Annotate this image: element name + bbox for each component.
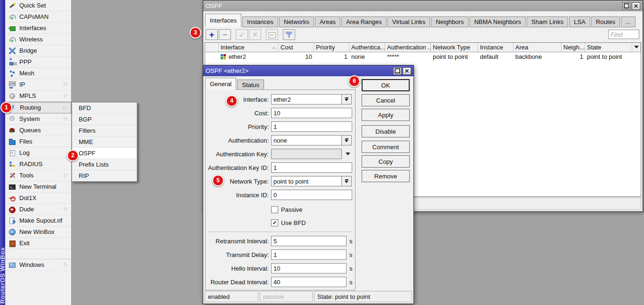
sidebar-item-windows[interactable]: Windows▷: [5, 259, 71, 271]
enable-button[interactable]: [236, 29, 248, 40]
sidebar-item-files[interactable]: Files: [5, 136, 71, 147]
sidebar-item-system[interactable]: System▷: [5, 113, 71, 125]
sidebar-item-tools[interactable]: Tools▷: [5, 170, 71, 181]
close-icon: ✕: [405, 69, 409, 73]
tab-general[interactable]: General: [205, 78, 236, 90]
transmit-delay-input[interactable]: [271, 249, 347, 260]
sidebar-item-new-winbox[interactable]: New WinBox: [5, 226, 71, 238]
comment-button[interactable]: [266, 29, 278, 40]
authentication-key-input[interactable]: [271, 149, 342, 159]
sidebar-item-quick-set[interactable]: Quick Set: [5, 0, 71, 11]
status-enabled: enabled: [205, 291, 258, 302]
filter-button[interactable]: [283, 29, 295, 40]
dropdown-arrow-icon[interactable]: [342, 135, 352, 145]
network-type-combo[interactable]: [271, 176, 342, 186]
sidebar-item-wireless[interactable]: Wireless: [5, 34, 71, 45]
disable-button[interactable]: [249, 29, 261, 40]
copy-button[interactable]: Copy: [362, 155, 410, 168]
dialog-titlebar[interactable]: OSPF <ether2> ✕: [203, 65, 413, 76]
authentication-combo[interactable]: [271, 135, 342, 145]
close-button[interactable]: ✕: [403, 67, 411, 75]
sidebar-item-exit[interactable]: Exit: [5, 238, 71, 249]
col-neighbors[interactable]: Neigh...: [561, 43, 585, 52]
tab-area-ranges[interactable]: Area Ranges: [341, 16, 387, 27]
ok-button[interactable]: OK: [362, 79, 410, 91]
sidebar-item-capsman[interactable]: CAPsMAN: [5, 11, 71, 23]
tab-routes[interactable]: Routes: [591, 16, 620, 27]
tab-more[interactable]: ...: [621, 16, 636, 27]
submenu-item-prefix-lists[interactable]: Prefix Lists: [72, 159, 137, 170]
tab-virtual-links[interactable]: Virtual Links: [388, 16, 430, 27]
sidebar-item-mesh[interactable]: Mesh: [5, 68, 71, 79]
col-flags[interactable]: [205, 43, 219, 52]
authentication-key-id-input[interactable]: [271, 162, 352, 173]
tab-interfaces[interactable]: Interfaces: [205, 14, 241, 27]
tab-lsa[interactable]: LSA: [569, 16, 590, 27]
queues-icon: [8, 127, 16, 134]
submenu-item-bfd[interactable]: BFD: [72, 103, 137, 114]
col-cost[interactable]: Cost: [279, 43, 314, 52]
use-bfd-checkbox[interactable]: ✓: [271, 219, 278, 226]
sidebar-item-dot1x[interactable]: Dot1X: [5, 193, 71, 204]
submenu-item-rip[interactable]: RIP: [72, 170, 137, 181]
col-area[interactable]: Area: [513, 43, 561, 52]
remove-button[interactable]: Remove: [362, 170, 410, 182]
submenu-item-filters[interactable]: Filters: [72, 125, 137, 136]
dropdown-arrow-icon[interactable]: [342, 176, 352, 186]
seconds-suffix: s: [349, 265, 353, 272]
sidebar-item-routing[interactable]: Routing▷: [5, 102, 71, 113]
radius-icon: [8, 161, 16, 168]
sidebar-item-mpls[interactable]: MPLS▷: [5, 90, 71, 102]
hello-interval-input[interactable]: [271, 263, 347, 273]
passive-label: Passive: [281, 206, 303, 213]
disable-button[interactable]: Disable: [362, 125, 410, 137]
sidebar-item-bridge[interactable]: Bridge: [5, 45, 71, 56]
tab-neighbors[interactable]: Neighbors: [431, 16, 468, 27]
col-authentication-key[interactable]: Authentication ...: [385, 43, 431, 52]
column-menu-button[interactable]: [632, 43, 641, 51]
submenu-item-mme[interactable]: MME: [72, 136, 137, 148]
dropdown-arrow-icon[interactable]: [346, 152, 350, 155]
tab-areas[interactable]: Areas: [315, 16, 340, 27]
apply-button[interactable]: Apply: [362, 109, 410, 121]
passive-checkbox[interactable]: [271, 206, 278, 213]
cancel-button[interactable]: Cancel: [362, 94, 410, 106]
submenu-item-bgp[interactable]: BGP: [72, 114, 137, 125]
instance-id-input[interactable]: [271, 190, 352, 200]
tab-sham-links[interactable]: Sham Links: [527, 16, 568, 27]
table-row-ether2[interactable]: ether2 10 1 none ***** point to point de…: [205, 52, 641, 61]
interface-combo[interactable]: [271, 94, 342, 104]
close-button[interactable]: ✕: [632, 2, 640, 10]
col-priority[interactable]: Priority: [314, 43, 349, 52]
sidebar-item-dude[interactable]: Dude▷: [5, 204, 71, 215]
sidebar-item-make-supout[interactable]: Make Supout.rif: [5, 215, 71, 226]
col-network-type[interactable]: Network Type: [431, 43, 478, 52]
ospf-window-titlebar[interactable]: OSPF ✕: [203, 0, 643, 11]
comment-button[interactable]: Comment: [362, 141, 410, 153]
submenu-item-ospf[interactable]: OSPF: [72, 148, 137, 159]
tab-networks[interactable]: Networks: [279, 16, 314, 27]
tab-instances[interactable]: Instances: [242, 16, 278, 27]
sidebar-item-ip[interactable]: IP▷: [5, 79, 71, 90]
find-input[interactable]: [608, 30, 639, 39]
dropdown-arrow-icon[interactable]: [342, 94, 352, 104]
sidebar-item-log[interactable]: Log: [5, 147, 71, 159]
sidebar-item-radius[interactable]: RADIUS: [5, 159, 71, 170]
retransmit-interval-input[interactable]: [271, 236, 347, 246]
remove-button[interactable]: [219, 29, 231, 40]
tab-status[interactable]: Status: [237, 80, 264, 90]
sidebar-item-queues[interactable]: Queues: [5, 125, 71, 136]
add-button[interactable]: [206, 29, 218, 40]
sidebar-item-new-terminal[interactable]: New Terminal: [5, 181, 71, 193]
col-authentication[interactable]: Authentica...: [349, 43, 385, 52]
priority-input[interactable]: [271, 121, 352, 132]
cost-input[interactable]: [271, 108, 352, 118]
tab-nbma-neighbors[interactable]: NBMA Neighbors: [470, 16, 526, 27]
router-dead-interval-input[interactable]: [271, 277, 347, 287]
sidebar-item-ppp[interactable]: PPP: [5, 56, 71, 68]
col-instance[interactable]: Instance: [478, 43, 513, 52]
maximize-button[interactable]: [393, 67, 402, 75]
sidebar-item-interfaces[interactable]: Interfaces: [5, 23, 71, 34]
maximize-button[interactable]: [622, 2, 631, 10]
col-interface[interactable]: Interface: [219, 43, 279, 52]
